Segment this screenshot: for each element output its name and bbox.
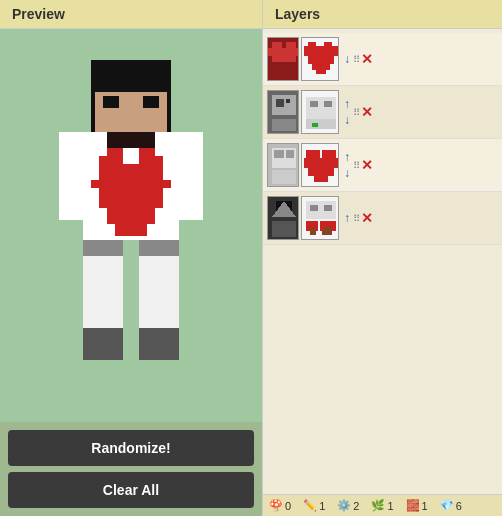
svg-rect-40: [272, 119, 296, 131]
preview-title: Preview: [12, 6, 65, 22]
layers-list: ↓ ⠿ ✕: [263, 29, 502, 494]
svg-rect-2: [103, 96, 119, 108]
layer-controls: ↓: [343, 52, 351, 66]
svg-rect-49: [274, 150, 284, 158]
layer-delete-button[interactable]: ✕: [361, 104, 373, 120]
preview-area: [0, 29, 262, 422]
svg-rect-39: [286, 99, 290, 103]
svg-rect-21: [139, 240, 179, 256]
layer-row: ↓ ⠿ ✕: [263, 33, 502, 86]
svg-rect-35: [316, 70, 326, 74]
svg-rect-28: [272, 56, 296, 62]
layer-thumb-main: [267, 37, 299, 81]
layer-delete-button[interactable]: ✕: [361, 51, 373, 67]
svg-rect-46: [312, 123, 318, 127]
mushroom-count: 0: [285, 500, 291, 512]
svg-rect-50: [286, 150, 294, 158]
layer-thumb-preview: [301, 196, 339, 240]
svg-rect-68: [310, 227, 316, 235]
layer-thumb-main: [267, 196, 299, 240]
layer-drag-handle[interactable]: ⠿: [353, 54, 359, 65]
layer-thumb-preview: [301, 90, 339, 134]
pencil-count: 1: [319, 500, 325, 512]
layer-controls: ↑: [343, 211, 351, 225]
layer-thumb-main: [267, 90, 299, 134]
svg-rect-16: [59, 132, 83, 220]
buttons-area: Randomize! Clear All: [0, 422, 262, 516]
leaf-icon: 🌿: [371, 499, 385, 512]
svg-rect-34: [312, 64, 330, 70]
layer-controls: ↑ ↓: [343, 150, 351, 180]
svg-rect-42: [306, 97, 336, 119]
svg-rect-3: [143, 96, 159, 108]
svg-rect-27: [268, 48, 299, 56]
svg-rect-9: [107, 208, 155, 224]
layer-thumb-preview: [301, 37, 339, 81]
svg-rect-33: [308, 56, 334, 64]
gem-count: 6: [456, 500, 462, 512]
left-panel: Preview: [0, 0, 262, 516]
brick-icon: 🧱: [406, 499, 420, 512]
layer-delete-button[interactable]: ✕: [361, 157, 373, 173]
svg-rect-8: [99, 188, 163, 208]
svg-rect-51: [272, 170, 296, 184]
status-item: 💎 6: [440, 499, 462, 512]
svg-rect-11: [91, 140, 107, 156]
svg-rect-10: [115, 224, 147, 236]
layer-down-arrow[interactable]: ↓: [343, 113, 351, 127]
layer-up-arrow[interactable]: ↑: [343, 150, 351, 164]
randomize-button[interactable]: Randomize!: [8, 430, 254, 466]
layer-delete-button[interactable]: ✕: [361, 210, 373, 226]
status-item: ✏️ 1: [303, 499, 325, 512]
mushroom-icon: 🍄: [269, 499, 283, 512]
svg-rect-7: [91, 164, 171, 188]
layer-thumb-main: [267, 143, 299, 187]
svg-rect-22: [83, 328, 123, 360]
layer-controls: ↑ ↓: [343, 97, 351, 127]
pencil-icon: ✏️: [303, 499, 317, 512]
status-item: 🧱 1: [406, 499, 428, 512]
status-item: 🍄 0: [269, 499, 291, 512]
character-preview: [51, 56, 211, 396]
layers-header: Layers: [263, 0, 502, 29]
status-item: ⚙️ 2: [337, 499, 359, 512]
svg-rect-32: [304, 46, 338, 56]
svg-rect-17: [179, 132, 203, 220]
svg-rect-61: [272, 221, 296, 237]
svg-rect-15: [107, 132, 155, 148]
svg-rect-45: [306, 119, 336, 129]
svg-rect-44: [324, 101, 332, 107]
layer-up-arrow[interactable]: ↑: [343, 211, 351, 225]
gear-icon: ⚙️: [337, 499, 351, 512]
status-bar: 🍄 0 ✏️ 1 ⚙️ 2 🌿 1 🧱 1: [263, 494, 502, 516]
layer-down-arrow[interactable]: ↓: [343, 52, 351, 66]
svg-rect-38: [276, 99, 284, 107]
svg-rect-56: [308, 168, 334, 176]
layer-row: ↑ ↓ ⠿ ✕: [263, 86, 502, 139]
layer-thumb-preview: [301, 143, 339, 187]
brick-count: 1: [422, 500, 428, 512]
svg-rect-55: [304, 158, 338, 168]
svg-rect-43: [310, 101, 318, 107]
layer-row: ↑ ↓ ⠿ ✕: [263, 139, 502, 192]
preview-header: Preview: [0, 0, 262, 29]
svg-rect-64: [310, 205, 318, 211]
svg-rect-14: [163, 164, 179, 180]
clear-all-button[interactable]: Clear All: [8, 472, 254, 508]
layer-drag-handle[interactable]: ⠿: [353, 160, 359, 171]
gear-count: 2: [353, 500, 359, 512]
layers-title: Layers: [275, 6, 320, 22]
svg-rect-23: [139, 328, 179, 360]
svg-rect-13: [83, 164, 99, 180]
layer-row: ↑ ⠿ ✕: [263, 192, 502, 245]
svg-rect-65: [324, 205, 332, 211]
svg-rect-57: [314, 176, 328, 182]
gem-icon: 💎: [440, 499, 454, 512]
svg-rect-69: [322, 227, 332, 235]
status-item: 🌿 1: [371, 499, 393, 512]
layer-down-arrow[interactable]: ↓: [343, 166, 351, 180]
layer-drag-handle[interactable]: ⠿: [353, 107, 359, 118]
layer-drag-handle[interactable]: ⠿: [353, 213, 359, 224]
layer-up-arrow[interactable]: ↑: [343, 97, 351, 111]
leaf-count: 1: [387, 500, 393, 512]
